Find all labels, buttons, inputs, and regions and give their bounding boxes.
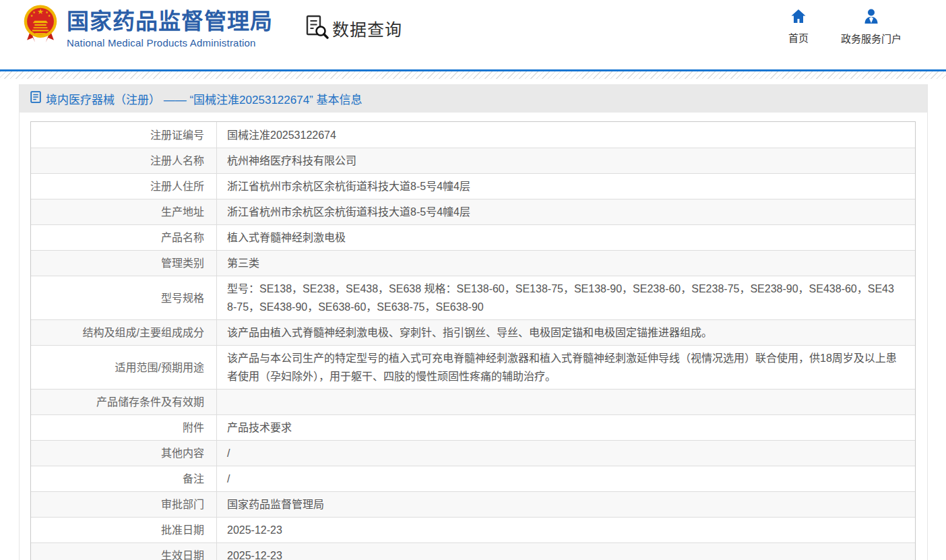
table-row: 管理类别 第三类 — [31, 250, 915, 276]
national-emblem-icon: ★ ★ ★ ★ ★ — [23, 3, 58, 48]
row-value: 2025-12-23 — [217, 518, 915, 542]
table-row: 注册人名称 杭州神络医疗科技有限公司 — [31, 148, 915, 173]
row-label: 产品名称 — [31, 225, 217, 250]
document-icon — [30, 91, 41, 106]
site-header: ★ ★ ★ ★ ★ 国家药品监督管理局 National Medical Pro… — [0, 0, 946, 69]
row-label: 管理类别 — [31, 251, 217, 276]
row-label: 注册证编号 — [31, 122, 217, 148]
row-label: 产品储存条件及有效期 — [31, 390, 217, 414]
table-row: 审批部门 国家药品监督管理局 — [31, 491, 915, 517]
row-label: 型号规格 — [31, 276, 217, 319]
table-row: 型号规格 型号：SE138，SE238，SE438，SE638 规格：SE138… — [31, 276, 915, 319]
table-row: 生效日期 2025-12-23 — [31, 542, 915, 560]
row-value: 浙江省杭州市余杭区余杭街道科技大道8-5号4幢4层 — [217, 199, 915, 224]
site-logo[interactable]: ★ ★ ★ ★ ★ 国家药品监督管理局 National Medical Pro… — [23, 3, 273, 49]
data-query-label: 数据查询 — [332, 16, 402, 40]
row-label: 生产地址 — [31, 199, 217, 224]
row-label: 适用范围/预期用途 — [31, 346, 217, 389]
org-name-en: National Medical Products Administration — [67, 37, 273, 49]
row-value: 2025-12-23 — [217, 543, 915, 560]
table-row: 附件 产品技术要求 — [31, 414, 915, 440]
row-value: 该产品由植入式脊髓神经刺激电极、穿刺针、指引钢丝、导丝、电极固定锚和电极固定锚推… — [217, 320, 915, 345]
table-row: 备注 / — [31, 466, 915, 491]
table-row: 注册人住所 浙江省杭州市余杭区余杭街道科技大道8-5号4幢4层 — [31, 173, 915, 199]
svg-text:★: ★ — [37, 7, 44, 15]
table-row: 批准日期 2025-12-23 — [31, 517, 915, 542]
org-name-zh: 国家药品监督管理局 — [67, 7, 273, 35]
row-label: 注册人名称 — [31, 148, 217, 173]
data-query-link[interactable]: 数据查询 — [305, 14, 402, 42]
row-value: 杭州神络医疗科技有限公司 — [217, 148, 915, 173]
row-value: 浙江省杭州市余杭区余杭街道科技大道8-5号4幢4层 — [217, 174, 915, 199]
table-row: 生产地址 浙江省杭州市余杭区余杭街道科技大道8-5号4幢4层 — [31, 199, 915, 224]
row-label: 注册人住所 — [31, 174, 217, 199]
row-value: 国家药品监督管理局 — [217, 492, 915, 517]
svg-text:★: ★ — [48, 13, 51, 18]
row-value: 植入式脊髓神经刺激电极 — [217, 225, 915, 250]
row-label: 审批部门 — [31, 492, 217, 517]
row-value: 第三类 — [217, 251, 915, 276]
table-row: 其他内容 / — [31, 440, 915, 466]
table-row: 注册证编号 国械注准20253122674 — [31, 122, 915, 148]
row-value: 产品技术要求 — [217, 415, 915, 440]
table-row: 产品储存条件及有效期 — [31, 389, 915, 414]
nav-item-portal[interactable]: 政务服务门户 — [841, 9, 902, 45]
svg-text:★: ★ — [30, 13, 34, 18]
row-label: 附件 — [31, 415, 217, 440]
nav-item-label: 政务服务门户 — [841, 31, 902, 45]
home-icon — [790, 9, 807, 26]
page-title: 境内医疗器械（注册） —— “国械注准20253122674” 基本信息 — [46, 90, 362, 107]
nav-item-label: 首页 — [788, 30, 809, 44]
row-label: 备注 — [31, 466, 217, 491]
user-icon — [863, 9, 879, 26]
nav-item-home[interactable]: 首页 — [788, 9, 809, 45]
table-wrap: 注册证编号 国械注准20253122674 注册人名称 杭州神络医疗科技有限公司… — [30, 121, 916, 560]
row-value: / — [217, 441, 915, 466]
row-label: 生效日期 — [31, 543, 217, 560]
row-value: / — [217, 466, 915, 491]
top-nav: 首页 政务服务门户 — [788, 9, 902, 45]
table-row: 产品名称 植入式脊髓神经刺激电极 — [31, 224, 915, 250]
document-search-icon — [305, 14, 329, 42]
row-value — [217, 390, 915, 414]
row-value: 型号：SE138，SE238，SE438，SE638 规格：SE138-60，S… — [217, 276, 915, 319]
table-row: 结构及组成/主要组成成分 该产品由植入式脊髓神经刺激电极、穿刺针、指引钢丝、导丝… — [31, 319, 915, 345]
row-value: 该产品与本公司生产的特定型号的植入式可充电脊髓神经刺激器和植入式脊髓神经刺激延伸… — [217, 346, 915, 389]
section-title-bar: 境内医疗器械（注册） —— “国械注准20253122674” 基本信息 — [20, 84, 927, 113]
row-value: 国械注准20253122674 — [217, 122, 915, 148]
content-container: 境内医疗器械（注册） —— “国械注准20253122674” 基本信息 注册证… — [19, 84, 928, 560]
header-divider-stripes — [0, 71, 946, 79]
row-label: 结构及组成/主要组成成分 — [31, 320, 217, 345]
table-row: 适用范围/预期用途 该产品与本公司生产的特定型号的植入式可充电脊髓神经刺激器和植… — [31, 345, 915, 389]
info-table: 注册证编号 国械注准20253122674 注册人名称 杭州神络医疗科技有限公司… — [30, 121, 916, 560]
row-label: 批准日期 — [31, 518, 217, 542]
row-label: 其他内容 — [31, 441, 217, 466]
